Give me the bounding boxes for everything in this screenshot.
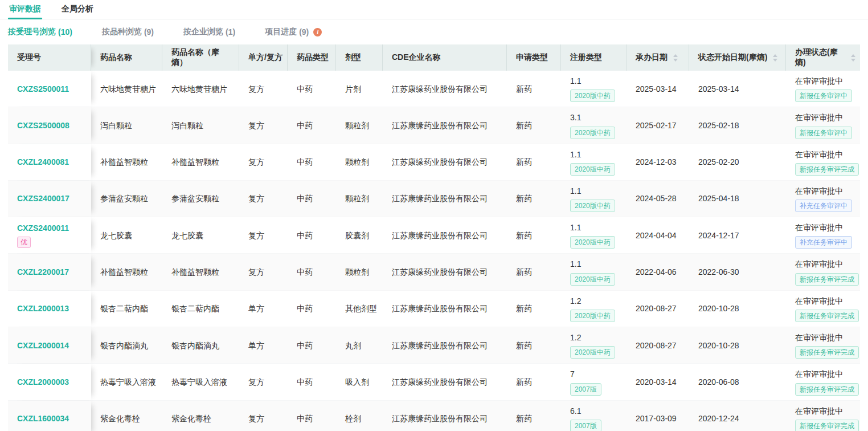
table-row: CXZL2400081 补髓益智颗粒 补髓益智颗粒 复方 中药 颗粒剂 江苏康缘… [8, 144, 860, 181]
cell-cde-company: 江苏康缘药业股份有限公司 [383, 364, 507, 400]
table-body: CXZS2500011 六味地黄苷糖片 六味地黄苷糖片 复方 中药 片剂 江苏康… [8, 71, 860, 431]
cell-application-type: 新药 [507, 401, 561, 431]
cell-accept-date: 2025-03-14 [627, 71, 689, 107]
acceptance-no-link[interactable]: CXZL1600034 [17, 413, 69, 424]
acceptance-no-link[interactable]: CXZL2000014 [17, 340, 69, 351]
cell-accept-date: 2024-05-28 [627, 181, 689, 217]
cell-acceptance-no: CXZL2000014 [8, 327, 91, 363]
cell-drug-name-motrn: 紫金化毒栓 [162, 401, 239, 431]
acceptance-no-link[interactable]: CXZL2200017 [17, 266, 69, 278]
col-header-status-start-date[interactable]: 状态开始日期(摩熵) [689, 44, 786, 71]
subtab-project-progress[interactable]: 项目进度 (9) i [265, 27, 322, 37]
cell-drug-name: 热毒宁吸入溶液 [91, 364, 162, 400]
cell-dosage-form: 颗粒剂 [336, 181, 383, 217]
reg-version-badge: 2020版中药 [570, 90, 615, 102]
acceptance-no-link[interactable]: CXZS2400017 [17, 193, 69, 204]
cell-drug-name: 参蒲盆安颗粒 [91, 181, 162, 217]
cell-acceptance-no: CXZL1600034 [8, 401, 91, 431]
cell-acceptance-no: CXZS2500008 [8, 107, 91, 143]
cell-dosage-form: 吸入剂 [336, 364, 383, 400]
cell-drug-name: 泻白颗粒 [91, 107, 162, 143]
cell-acceptance-no: CXZL2400081 [8, 144, 91, 180]
cell-cde-company: 江苏康缘药业股份有限公司 [383, 254, 507, 290]
acceptance-no-link[interactable]: CXZS2500011 [17, 83, 69, 95]
cell-application-type: 新药 [507, 254, 561, 290]
cell-drug-name: 六味地黄苷糖片 [91, 71, 162, 107]
cell-acceptance-no: CXZL2000013 [8, 291, 91, 327]
tab-global-analysis[interactable]: 全局分析 [60, 0, 95, 19]
cell-processing-status: 在审评审批中 新报任务审评完成 [786, 401, 860, 431]
status-badge: 补充任务审评中 [795, 200, 852, 212]
cell-application-type: 新药 [507, 71, 561, 107]
cell-processing-status: 在审评审批中 新报任务审评完成 [786, 291, 860, 327]
table-header-row: 受理号 药品名称 药品名称（摩熵） 单方/复方 药品类型 剂型 CDE企业名称 … [8, 44, 860, 71]
cell-reg-type: 1.2 2020版中药 [561, 291, 627, 327]
cell-application-type: 新药 [507, 291, 561, 327]
cell-accept-date: 2024-12-03 [627, 144, 689, 180]
cell-status-start-date: 2020-12-24 [689, 401, 786, 431]
tab-review-data[interactable]: 审评数据 [8, 0, 42, 19]
cell-drug-type: 中药 [288, 181, 336, 217]
table-row: CXZL2000003 热毒宁吸入溶液 热毒宁吸入溶液 复方 中药 吸入剂 江苏… [8, 364, 860, 400]
status-badge: 补充任务审评中 [795, 236, 852, 249]
cell-drug-type: 中药 [288, 327, 336, 363]
cell-accept-date: 2020-03-14 [627, 364, 689, 400]
cell-reg-type: 1.1 2020版中药 [561, 217, 627, 253]
cell-drug-name: 银杏二萜内酯 [91, 291, 162, 327]
subtab-count: (10) [58, 27, 72, 36]
table-row: CXZS2400017 参蒲盆安颗粒 参蒲盆安颗粒 复方 中药 颗粒剂 江苏康缘… [8, 181, 860, 217]
acceptance-no-link[interactable]: CXZL2400081 [17, 156, 69, 168]
cell-accept-date: 2017-03-09 [627, 401, 689, 431]
subtab-by-variety[interactable]: 按品种浏览 (9) [102, 27, 154, 37]
top-tab-bar: 审评数据 全局分析 [0, 0, 868, 19]
cell-application-type: 新药 [507, 327, 561, 363]
table-row: CXZL2000013 银杏二萜内酯 银杏二萜内酯 单方 中药 其他剂型 江苏康… [8, 291, 860, 327]
acceptance-no-link[interactable]: CXZL2000003 [17, 376, 69, 388]
cell-drug-type: 中药 [288, 217, 336, 253]
subtab-by-acceptance-no[interactable]: 按受理号浏览 (10) [8, 27, 72, 37]
col-header-drug-name-motrn: 药品名称（摩熵） [162, 44, 239, 71]
cell-status-start-date: 2022-06-30 [689, 254, 786, 290]
cell-processing-status: 在审评审批中 补充任务审评中 [786, 181, 860, 217]
cell-drug-type: 中药 [288, 401, 336, 431]
subtab-count: (9) [299, 27, 309, 36]
acceptance-no-link[interactable]: CXZL2000013 [17, 303, 69, 314]
cell-drug-type: 中药 [288, 291, 336, 327]
subtab-count: (1) [226, 27, 235, 36]
cell-reg-type: 1.2 2020版中药 [561, 327, 627, 363]
cell-dosage-form: 丸剂 [336, 327, 383, 363]
acceptance-no-link[interactable]: CXZS2400011 [17, 222, 69, 234]
acceptance-no-link[interactable]: CXZS2500008 [17, 120, 69, 131]
cell-application-type: 新药 [507, 107, 561, 143]
cell-formula: 复方 [239, 254, 288, 290]
subtab-label: 按品种浏览 [102, 27, 142, 37]
col-header-formula: 单方/复方 [239, 44, 288, 71]
col-header-accept-date[interactable]: 承办日期 [627, 44, 689, 71]
cell-accept-date: 2025-02-17 [627, 107, 689, 143]
priority-badge: 优 [17, 237, 31, 248]
subtab-by-company[interactable]: 按企业浏览 (1) [183, 27, 235, 37]
cell-application-type: 新药 [507, 181, 561, 217]
status-badge: 新报任务审评完成 [795, 420, 859, 431]
cell-acceptance-no: CXZL2200017 [8, 254, 91, 290]
cell-drug-name: 银杏内酯滴丸 [91, 327, 162, 363]
cell-accept-date: 2020-08-27 [627, 327, 689, 363]
status-badge: 新报任务审评完成 [795, 163, 859, 176]
subtab-label: 项目进度 [265, 27, 297, 37]
cell-drug-name-motrn: 六味地黄苷糖片 [162, 71, 239, 107]
reg-version-badge: 2020版中药 [570, 127, 615, 139]
cell-formula: 复方 [239, 217, 288, 253]
col-header-processing-status[interactable]: 办理状态(摩熵) [786, 44, 860, 71]
cell-cde-company: 江苏康缘药业股份有限公司 [383, 181, 507, 217]
sort-icon[interactable] [851, 54, 855, 62]
cell-drug-type: 中药 [288, 364, 336, 400]
info-icon[interactable]: i [313, 28, 322, 36]
cell-processing-status: 在审评审批中 新报任务审评中 [786, 71, 860, 107]
review-data-table: 受理号 药品名称 药品名称（摩熵） 单方/复方 药品类型 剂型 CDE企业名称 … [8, 44, 860, 431]
cell-drug-name-motrn: 银杏内酯滴丸 [162, 327, 239, 363]
sort-icon[interactable] [773, 54, 777, 62]
sort-icon[interactable] [673, 54, 678, 62]
cell-drug-name: 龙七胶囊 [91, 217, 162, 253]
cell-drug-name-motrn: 泻白颗粒 [162, 107, 239, 143]
table-row: CXZL2200017 补髓益智颗粒 补髓益智颗粒 复方 中药 颗粒剂 江苏康缘… [8, 254, 860, 290]
